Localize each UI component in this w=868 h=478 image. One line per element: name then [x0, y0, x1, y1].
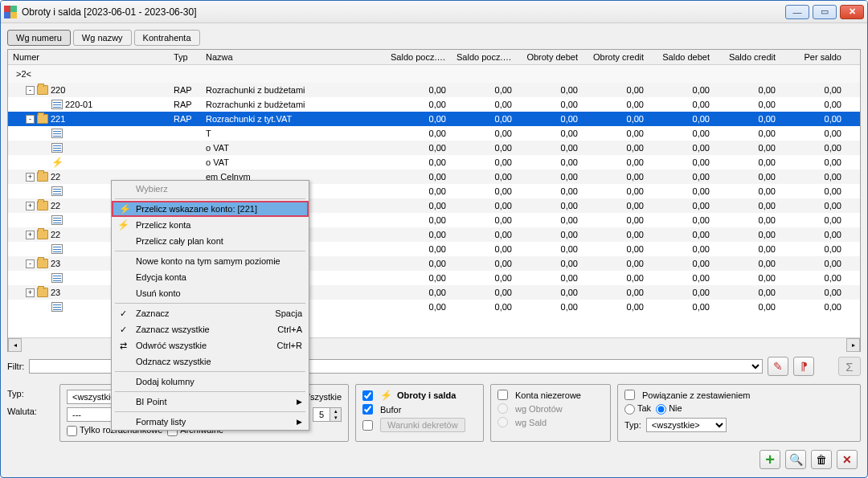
row-value: 0,00 — [715, 141, 781, 155]
cm-zaznacz-wszystkie[interactable]: ✓Zaznacz wszystkieCtrl+A — [112, 321, 309, 337]
row-value: 0,00 — [781, 83, 847, 97]
tree-expander[interactable]: - — [26, 259, 35, 268]
cm-edycja-konta[interactable]: Edycja konta — [112, 269, 309, 285]
row-value: 0,00 — [386, 112, 452, 126]
close-panel-button[interactable]: ✕ — [837, 450, 858, 469]
typ2-select[interactable]: <wszystkie> — [646, 418, 727, 432]
card-icon — [51, 273, 63, 283]
cm-dodaj-kolumny[interactable]: Dodaj kolumny — [112, 374, 309, 390]
cm-nowe-konto[interactable]: Nowe konto na tym samym poziomie — [112, 253, 309, 269]
row-value: 0,00 — [715, 198, 781, 213]
row-value: 0,00 — [781, 112, 847, 126]
spin-down[interactable]: ▾ — [330, 415, 341, 421]
row-value: 0,00 — [715, 155, 781, 170]
obroty-salda-checkbox[interactable] — [362, 390, 373, 401]
tree-expander[interactable]: + — [26, 231, 35, 239]
col-nazwa[interactable]: Nazwa — [201, 50, 386, 64]
filter-clear-button[interactable]: ⁋ — [793, 357, 814, 376]
powiazanie-checkbox[interactable] — [624, 390, 635, 400]
cm-przelicz-konta[interactable]: ⚡Przelicz konta — [112, 217, 309, 233]
col-sp-dt[interactable]: Saldo pocz. dt — [386, 50, 452, 64]
folder-icon — [37, 288, 48, 297]
cm-bi-point[interactable]: BI Point▶ — [112, 394, 309, 410]
col-ps[interactable]: Per saldo — [781, 50, 847, 64]
row-value: 0,00 — [781, 271, 847, 285]
table-row[interactable]: T0,000,000,000,000,000,000,00 — [8, 126, 860, 141]
cm-zaznacz[interactable]: ✓ZaznaczSpacja — [112, 305, 309, 321]
tak-radio[interactable] — [624, 404, 635, 415]
filter-build-button[interactable]: ✎ — [768, 357, 788, 376]
col-ob-d[interactable]: Obroty debet — [518, 50, 583, 64]
typ2-label: Typ: — [624, 420, 641, 430]
scroll-left-button[interactable]: ◂ — [8, 338, 22, 352]
row-typ: RAP — [169, 112, 201, 126]
row-number: 22 — [51, 201, 60, 210]
cm-odwroc-wszystkie[interactable]: ⇄Odwróć wszystkieCtrl+R — [112, 337, 309, 353]
lightning-icon: ⚡ — [51, 157, 63, 168]
sum-button[interactable]: Σ — [838, 357, 861, 376]
row-number: 22 — [51, 172, 60, 182]
row-value: 0,00 — [518, 126, 583, 141]
row-value: 0,00 — [781, 300, 847, 314]
tree-expander[interactable]: + — [26, 288, 35, 297]
col-ob-c[interactable]: Obroty credit — [583, 50, 649, 64]
filter-row: >2< — [8, 65, 860, 83]
scroll-right-button[interactable]: ▸ — [846, 338, 860, 352]
row-value: 0,00 — [386, 97, 452, 112]
col-typ[interactable]: Typ — [169, 50, 201, 64]
row-value: 0,00 — [452, 112, 518, 126]
delete-button[interactable]: 🗑 — [811, 450, 832, 469]
cm-przelicz-plan[interactable]: Przelicz cały plan kont — [112, 233, 309, 249]
wg-obrotow-label: wg Obrotów — [515, 404, 563, 414]
cm-formaty-listy[interactable]: Formaty listy▶ — [112, 414, 309, 430]
row-value: 0,00 — [518, 170, 583, 184]
tree-expander[interactable]: + — [26, 202, 35, 210]
row-value: 0,00 — [781, 198, 847, 213]
close-button[interactable]: ✕ — [840, 5, 864, 19]
warunki-checkbox[interactable] — [362, 420, 373, 431]
row-value: 0,00 — [781, 213, 847, 227]
row-value: 0,00 — [583, 285, 649, 300]
table-row[interactable]: o VAT0,000,000,000,000,000,000,00 — [8, 141, 860, 155]
cm-odznacz-wszystkie[interactable]: Odznacz wszystkie — [112, 353, 309, 370]
tree-expander[interactable]: - — [26, 86, 35, 95]
tab-kontrahenta[interactable]: Kontrahenta — [134, 30, 200, 46]
nie-radio[interactable] — [656, 404, 666, 415]
row-value: 0,00 — [649, 83, 715, 97]
col-sc[interactable]: Saldo credit — [715, 50, 781, 64]
bufor-checkbox[interactable] — [362, 404, 373, 415]
cm-usun-konto[interactable]: Usuń konto — [112, 285, 309, 301]
tab-wg-nazwy[interactable]: Wg nazwy — [73, 30, 132, 46]
minimize-button[interactable]: — — [785, 5, 809, 19]
row-value: 0,00 — [649, 170, 715, 184]
cm-przelicz-konto[interactable]: ⚡Przelicz wskazane konto: [221] — [112, 201, 309, 217]
tree-expander[interactable]: - — [26, 115, 35, 124]
tree-expander[interactable]: + — [26, 173, 35, 182]
app-icon — [4, 6, 17, 18]
search-button[interactable]: 🔍 — [785, 450, 806, 469]
row-value: 0,00 — [583, 256, 649, 271]
col-numer[interactable]: Numer — [8, 50, 169, 64]
maximize-button[interactable]: ▭ — [813, 5, 837, 19]
table-row[interactable]: ⚡o VAT0,000,000,000,000,000,000,00 — [8, 155, 860, 170]
level-spinner[interactable]: ▴▾ — [313, 407, 342, 422]
konta-nz-label: Konta niezerowe — [515, 390, 581, 400]
spin-up[interactable]: ▴ — [330, 408, 341, 415]
obroty-salda-label: Obroty i salda — [397, 390, 456, 400]
table-row[interactable]: 220-01RAPRozrachunki z budżetami0,000,00… — [8, 97, 860, 112]
lightning-icon: ⚡ — [118, 203, 131, 214]
col-sp-ct[interactable]: Saldo pocz. ct — [452, 50, 518, 64]
col-sd[interactable]: Saldo debet — [649, 50, 715, 64]
filter-numer[interactable]: >2< — [11, 67, 172, 81]
row-value: 0,00 — [781, 170, 847, 184]
grid: Numer Typ Nazwa Saldo pocz. dt Saldo poc… — [7, 49, 861, 352]
add-button[interactable]: + — [760, 450, 780, 469]
row-value: 0,00 — [386, 155, 452, 170]
table-row[interactable]: -220RAPRozrachunki z budżetami0,000,000,… — [8, 83, 860, 97]
table-row[interactable]: -221RAPRozrachunki z tyt.VAT0,000,000,00… — [8, 112, 860, 126]
konta-nz-checkbox[interactable] — [497, 390, 508, 400]
tab-wg-numeru[interactable]: Wg numeru — [7, 30, 71, 46]
swap-icon: ⇄ — [117, 341, 129, 351]
row-value: 0,00 — [715, 112, 781, 126]
tylko-roz-checkbox[interactable] — [67, 426, 77, 436]
